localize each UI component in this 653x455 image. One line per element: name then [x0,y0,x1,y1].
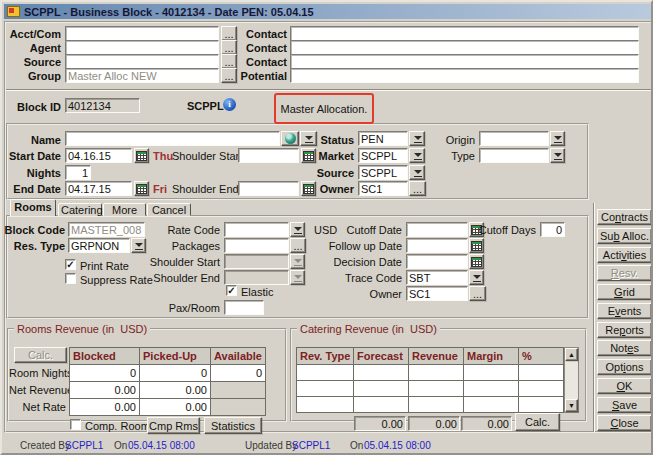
column-header: % [519,348,563,364]
owner2-lookup-button[interactable]: ... [469,286,486,301]
block-id-label: Block ID [2,101,61,114]
events-button[interactable]: Events [597,303,652,319]
rate-code-field[interactable] [224,222,289,237]
contracts-button[interactable]: Contracts [597,209,652,225]
contact3-field[interactable] [290,54,639,69]
sub-alloc-button[interactable]: Sub Alloc. [597,228,652,244]
print-rate-label: Print Rate [80,260,129,273]
reports-button[interactable]: Reports [597,322,652,338]
info-icon[interactable]: i [223,98,236,111]
catering-cell [519,365,563,380]
shoulder-end-field[interactable] [238,181,299,196]
status-field[interactable]: PEN [358,131,408,146]
contact2-field[interactable] [290,40,639,55]
created-by-value: SCPPL1 [65,440,103,451]
scroll-up-button[interactable]: ▲ [565,348,578,361]
suppress-rate-checkbox[interactable] [65,273,76,284]
margin-total-field: 0.00 [461,416,512,431]
owner2-field[interactable]: SC1 [406,286,468,301]
column-header: Revenue [409,348,463,364]
pax-room-field[interactable] [224,300,264,315]
grid-button[interactable]: Grid [597,284,652,300]
source-field[interactable] [65,54,219,69]
tab-catering[interactable]: Catering [58,203,102,216]
owner-lookup-button[interactable]: ... [409,181,426,196]
nights-field[interactable]: 1 [65,165,91,180]
catering-revenue-table: Rev. Type Forecast Revenue Margin % [296,347,564,413]
source2-field[interactable]: SCPPL [358,165,408,180]
tab-cancel[interactable]: Cancel [147,203,191,216]
type-lov-button[interactable] [550,148,565,163]
table-cell [211,382,265,398]
name-input[interactable] [65,131,280,146]
scroll-down-button[interactable]: ▼ [565,399,578,412]
cmp-rms-button[interactable]: Cmp Rms [147,417,200,434]
cutoff-days-field[interactable]: 0 [540,222,565,237]
block-id-field: 4012134 [65,98,140,113]
start-date-calendar-button[interactable] [134,148,149,163]
potential-label: Potential [228,70,287,83]
ellipsis-icon: ... [413,183,422,195]
tab-rooms[interactable]: Rooms [10,199,56,216]
lov-dropdown-icon [554,152,561,160]
notes-button[interactable]: Notes [597,340,652,356]
end-date-field[interactable]: 04.17.15 [65,181,132,196]
owner-field[interactable]: SC1 [358,181,408,196]
packages-field[interactable] [224,238,289,253]
decision-date-calendar-button[interactable] [469,254,484,269]
catering-cell [354,365,408,380]
origin-lov-button[interactable] [550,131,565,146]
ok-button[interactable]: OK [597,378,652,394]
rate-code-lov-button[interactable] [290,222,305,237]
followup-date-calendar-button[interactable] [469,238,484,253]
print-rate-checkbox[interactable]: ✓ [65,259,76,270]
comp-rooms-checkbox[interactable] [70,419,81,430]
market-field[interactable]: SCPPL [358,148,408,163]
save-button[interactable]: Save [597,397,652,413]
ellipsis-icon: ... [473,288,482,300]
statistics-button[interactable]: Statistics [204,417,262,434]
agent-field[interactable] [65,40,219,55]
start-date-field[interactable]: 04.16.15 [65,148,132,163]
catering-cell [297,381,353,396]
elastic-checkbox[interactable]: ✓ [226,285,237,296]
catering-cell [409,381,463,396]
tab-more[interactable]: More [103,203,146,216]
origin-field[interactable] [479,131,549,146]
catering-scrollbar[interactable]: ▲ ▼ [564,347,579,413]
decision-date-label: Decision Date [310,256,402,269]
elastic-label: Elastic [241,286,273,299]
column-header: Picked-Up [140,348,210,364]
res-type-field[interactable]: GRPNON [68,238,130,253]
catering-calc-button[interactable]: Calc. [515,413,560,431]
contact2-label: Contact [228,42,287,55]
column-header: Blocked [70,348,139,364]
acct-com-field[interactable] [65,26,219,41]
calendar-icon [471,241,482,251]
close-button[interactable]: Close [597,415,652,431]
end-date-calendar-button[interactable] [134,181,149,196]
source-lov-button[interactable] [409,165,425,180]
start-date-label: Start Date [2,150,61,163]
activities-button[interactable]: Activities [597,247,652,263]
potential-field[interactable] [290,68,639,83]
type-field[interactable] [479,148,549,163]
title-bar: SCPPL - Business Block - 4012134 - Date … [4,4,653,19]
group-field[interactable]: Master Alloc NEW [65,68,219,83]
trace-code-field[interactable]: SBT [406,270,468,285]
trace-code-lov-button[interactable] [469,270,484,285]
table-cell: 0 [211,365,265,381]
followup-date-field[interactable] [406,238,468,253]
column-header: Available [211,348,265,364]
shoulder-start-field[interactable] [238,148,299,163]
ellipsis-icon: ... [293,240,302,252]
packages-lookup-button[interactable]: ... [290,238,306,253]
packages-label: Packages [130,240,220,253]
decision-date-field[interactable] [406,254,468,269]
updated-by-value: SCPPL1 [292,440,330,451]
contact1-field[interactable] [290,26,639,41]
rooms-revenue-group: Rooms Revenue (in USD) Calc. Room Nights… [7,323,287,422]
rooms-revenue-title: Rooms Revenue (in USD) [14,323,150,335]
nights-label: Nights [2,167,61,180]
options-button[interactable]: Options [597,359,652,375]
